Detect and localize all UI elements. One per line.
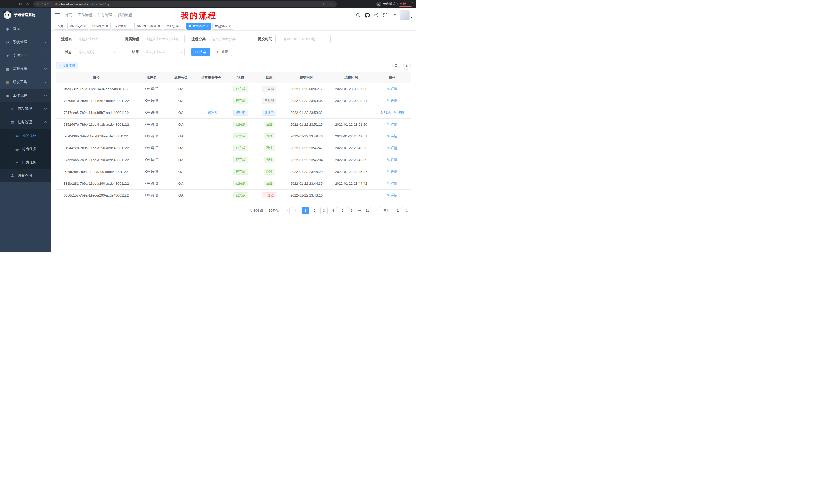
app-logo[interactable]: 芋道管理系统 xyxy=(0,8,51,22)
help-icon[interactable]: ? xyxy=(374,13,379,17)
pagination-ellipsis[interactable]: ⋯ xyxy=(357,208,362,213)
user-menu[interactable]: ▾ xyxy=(400,10,412,20)
sidebar-toggle-icon[interactable] xyxy=(55,13,60,17)
tab-close-icon[interactable]: × xyxy=(229,25,231,28)
sidebar-item-todo-tasks[interactable]: ◎ 待办任务 xyxy=(0,142,51,156)
fullscreen-icon[interactable] xyxy=(383,12,388,18)
sidebar-item-done-tasks[interactable]: ✂ 已办任务 xyxy=(0,156,51,169)
process-definition-input[interactable] xyxy=(142,35,185,43)
current-task-link[interactable]: 一级审批 xyxy=(204,110,218,114)
github-icon[interactable] xyxy=(365,12,370,18)
sidebar-item-workflow[interactable]: ▣ 工作流程 xyxy=(0,89,51,102)
tab-close-icon[interactable]: × xyxy=(181,25,182,28)
tab-3[interactable]: 流程表单× xyxy=(112,23,133,30)
breadcrumb-item[interactable]: 首页 xyxy=(65,13,72,18)
user-icon xyxy=(10,174,15,178)
next-page-button[interactable]: › xyxy=(373,207,381,214)
jump-page-input[interactable] xyxy=(393,207,403,214)
cell-current-task xyxy=(195,142,227,154)
cell-result-tag: 通过 xyxy=(263,169,275,175)
process-name-input[interactable] xyxy=(75,35,118,43)
sidebar-item-infra[interactable]: ▤ 基础设施 xyxy=(0,62,51,76)
sidebar-item-label: 请假查询 xyxy=(18,173,32,178)
search-icon[interactable] xyxy=(356,12,361,18)
detail-action[interactable]: ✎ 详情 xyxy=(387,158,397,162)
sidebar-item-leave-query[interactable]: 请假查询 xyxy=(0,169,51,183)
detail-action[interactable]: ✎ 详情 xyxy=(387,99,397,103)
page-size-select[interactable]: 10条/页 xyxy=(266,207,289,214)
tab-7[interactable]: 发起流程× xyxy=(212,23,233,30)
cell-current-task xyxy=(195,189,227,201)
submit-time-range-picker[interactable]: 开始日期 - 结束日期 xyxy=(275,35,331,43)
reload-icon[interactable]: ↻ xyxy=(17,1,24,7)
page-6[interactable]: 6 xyxy=(348,207,355,214)
page-1[interactable]: 1 xyxy=(302,207,309,214)
page-5[interactable]: 5 xyxy=(339,207,346,214)
table-row: 7317cec6-7b9b-11ec-b5b7-acde48001122OA 请… xyxy=(56,107,411,118)
category-select[interactable]: 请选择流程分类 xyxy=(209,35,251,43)
tab-close-icon[interactable]: × xyxy=(206,25,208,28)
search-button[interactable]: 搜索 xyxy=(191,48,210,56)
tab-close-icon[interactable]: × xyxy=(106,25,108,28)
key-icon[interactable] xyxy=(321,2,326,7)
detail-action[interactable]: ✎ 详情 xyxy=(387,146,397,150)
sidebar-item-devtools[interactable]: ▦ 研发工具 xyxy=(0,76,51,89)
detail-action[interactable]: ✎ 详情 xyxy=(387,87,397,91)
cell-status: 已完成 xyxy=(227,154,254,166)
tab-4[interactable]: 流程表单-编辑× xyxy=(134,23,162,30)
page-4[interactable]: 4 xyxy=(330,207,337,214)
browser-menu-icon[interactable]: ⋮ xyxy=(408,2,411,6)
cancel-action[interactable]: ⊘ 取消 xyxy=(380,110,391,114)
address-bar[interactable]: ⚠ 不安全 dashboard.yudao.iocoder.cn/bpm/tas… xyxy=(33,1,337,7)
browser-home-icon[interactable]: ⌂ xyxy=(24,1,31,7)
tab-1[interactable]: 流程定义× xyxy=(67,23,88,30)
tab-6[interactable]: 我的流程× xyxy=(186,23,211,30)
tab-0[interactable]: 首页 xyxy=(54,23,66,30)
status-select[interactable]: 请选择状态 xyxy=(75,48,118,56)
toggle-search-button[interactable] xyxy=(392,62,400,69)
tab-close-icon[interactable]: × xyxy=(129,25,130,28)
forward-icon[interactable]: → xyxy=(10,1,17,7)
tab-close-icon[interactable]: × xyxy=(84,25,86,28)
update-button[interactable]: 更新 ⋮ xyxy=(397,2,413,7)
detail-action[interactable]: ✎ 详情 xyxy=(387,170,397,173)
cell-category: OA xyxy=(166,154,195,166)
font-size-icon[interactable]: TT xyxy=(392,13,396,17)
bookmark-star-icon[interactable]: ☆ xyxy=(329,2,334,7)
sidebar-item-task-mgmt[interactable]: ▥ 任务管理 xyxy=(0,116,51,129)
page-2[interactable]: 2 xyxy=(311,207,318,214)
avatar[interactable] xyxy=(400,10,410,20)
breadcrumb-item[interactable]: 工作流程 xyxy=(78,13,92,18)
detail-action[interactable]: ✎ 详情 xyxy=(394,110,404,114)
sidebar-item-process-mgmt[interactable]: ≣ 流程管理 xyxy=(0,102,51,116)
tab-5[interactable]: 用户分组× xyxy=(164,23,185,30)
cell-id: 331bc281-7b9a-11ec-a290-acde48001122 xyxy=(56,177,136,189)
refresh-table-button[interactable]: ↻ xyxy=(403,62,411,69)
prev-page-button[interactable]: ‹ xyxy=(292,207,299,214)
start-date-placeholder: 开始日期 xyxy=(283,37,297,41)
create-process-button[interactable]: + 发起流程 xyxy=(56,62,78,69)
security-label[interactable]: 不安全 xyxy=(41,2,50,6)
cell-id: ec45f38f-7b9a-11ec-b03b-acde48001122 xyxy=(56,130,136,142)
sidebar-item-my-process[interactable]: ✉ 我的流程 xyxy=(0,129,51,142)
back-icon[interactable]: ← xyxy=(3,1,9,7)
cell-result: 不通过 xyxy=(254,189,284,201)
tab-2[interactable]: 流程模型× xyxy=(90,23,110,30)
sidebar-item-system[interactable]: ⚙ 系统管理 xyxy=(0,35,51,49)
breadcrumb-item[interactable]: 任务管理 xyxy=(98,13,112,18)
page-11[interactable]: 11 xyxy=(364,207,371,214)
reset-button[interactable]: ↻ 重置 xyxy=(213,48,232,56)
url-text[interactable]: dashboard.yudao.iocoder.cn/bpm/task/my xyxy=(55,3,109,6)
tab-close-icon[interactable]: × xyxy=(158,25,160,28)
sidebar-item-payment[interactable]: ¥ 支付管理 xyxy=(0,49,51,62)
cell-submit-time: 2022-01-22 23:46:47 xyxy=(284,142,329,154)
eye-icon: ◎ xyxy=(15,147,19,151)
detail-action[interactable]: ✎ 详情 xyxy=(387,134,397,138)
detail-action[interactable]: ✎ 详情 xyxy=(387,193,397,197)
page-3[interactable]: 3 xyxy=(320,207,328,214)
detail-action[interactable]: ✎ 详情 xyxy=(387,122,397,126)
sidebar-item-home[interactable]: ◉ 首页 xyxy=(0,22,51,35)
detail-action[interactable]: ✎ 详情 xyxy=(387,181,397,185)
result-select[interactable]: 请选择流结果 xyxy=(142,48,185,56)
cell-current-task xyxy=(195,130,227,142)
